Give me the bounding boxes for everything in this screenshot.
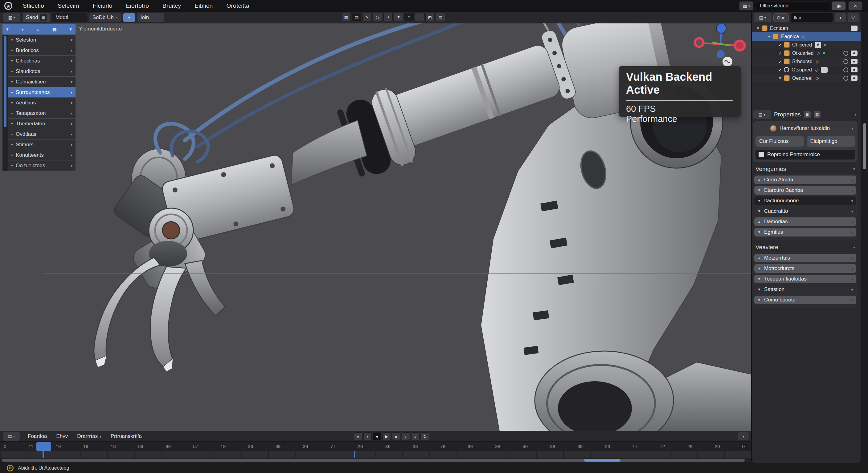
menu-item[interactable]: Eiblien [194, 2, 213, 9]
property-row[interactable]: ▲ Crato Atmda ◂ [754, 175, 856, 184]
mode-field-icon[interactable]: ▤ [352, 13, 361, 21]
property-row[interactable]: ▼ Sattstion ▾ [754, 285, 856, 294]
render-toggle-icon[interactable] [851, 50, 858, 56]
visibility-toggle-icon[interactable] [843, 67, 848, 72]
next-keyframe-button[interactable]: › [402, 432, 410, 440]
sidebar-item[interactable]: ▾ Stimors ▾ [8, 139, 75, 150]
outliner-type-dropdown[interactable]: ▤▾ [754, 13, 772, 22]
outliner-search-input[interactable] [790, 13, 833, 22]
outliner-row[interactable]: ▼ Eagnica × [752, 32, 861, 41]
sidebar-item[interactable]: ▾ Themedaton ▾ [8, 119, 75, 129]
expand-icon[interactable]: ▼ [754, 26, 762, 31]
filter-icon[interactable]: ▽ [848, 13, 859, 22]
properties-type-dropdown[interactable]: ▤▾ [753, 110, 771, 119]
property-row[interactable]: ▼ Itacfunoumorie ▾ [754, 197, 856, 205]
property-row[interactable]: ▼ Egmtlus ◂ [754, 228, 856, 236]
outliner-row[interactable]: ✓ Chicered A× [752, 41, 861, 49]
timeline-scroll-handle[interactable] [2, 459, 745, 462]
timeline-menu-item[interactable]: Prtruanskrtifa [111, 433, 142, 439]
visibility-toggle-icon[interactable] [843, 76, 848, 81]
object-name-row[interactable]: Hemavffunsr iutxaidin ▾ [755, 124, 855, 133]
outliner-row[interactable]: ✓ Srbourad ◇ [752, 57, 861, 66]
sidebar-scrollbar[interactable] [2, 35, 8, 171]
expand-icon[interactable]: ▼ [765, 34, 773, 39]
timeline-scrollbar[interactable] [0, 458, 751, 463]
sidebar-item[interactable]: ▾ Surrountcanos ▾ [8, 87, 75, 97]
mode-field[interactable] [53, 13, 87, 22]
render-toggle-icon[interactable] [851, 59, 858, 64]
snapshot-button[interactable]: ◉ [832, 1, 846, 10]
value-field[interactable] [137, 13, 164, 22]
loop-button[interactable]: ↻ [421, 432, 429, 440]
select-box-icon[interactable]: ▦ [342, 13, 351, 21]
sidebar-scroll-handle[interactable] [4, 36, 6, 127]
property-row[interactable]: ▼ Toeupan fiaolottas ◂ [754, 275, 856, 283]
timeline-track[interactable] [0, 451, 751, 458]
pin-icon[interactable]: ▣ [804, 111, 811, 118]
scene-name-field[interactable]: Oltcrsvlecna [756, 2, 829, 10]
sidebar-item[interactable]: ▾ Konutteents ▾ [8, 150, 75, 160]
axes-icon[interactable]: × [824, 42, 827, 48]
gizmo-x-axis[interactable] [735, 41, 745, 50]
gizmo-x-axis-neg[interactable] [695, 38, 704, 47]
menu-item[interactable]: Eiortotro [126, 2, 149, 9]
sidebar-header[interactable]: ▾+○▦▾ [2, 24, 75, 34]
object-button-1[interactable]: Cur Fluicous [755, 136, 804, 146]
app-logo-icon[interactable]: ◉ [4, 2, 12, 10]
outliner-row[interactable]: ✓ Otsopred ◇▫ [752, 66, 861, 74]
caret-down-icon[interactable]: ▾ [69, 27, 72, 32]
circle-icon[interactable]: ○ [37, 27, 39, 32]
timeline-editor-dropdown[interactable]: ▤▾ [3, 432, 20, 441]
checkbox-icon[interactable]: ✓ [776, 59, 784, 64]
visibility-toggle-icon[interactable] [843, 51, 848, 56]
property-row[interactable]: ▲ Motzurrtuis ◂ [754, 254, 856, 262]
grid-icon[interactable]: ▦ [814, 111, 820, 118]
sidebar-item[interactable]: ▾ Cihoclinas ▾ [8, 56, 75, 66]
sidebar-item[interactable]: ▾ Aeutcius ▾ [8, 98, 75, 108]
sidebar-item[interactable]: ▾ Budoticos ▾ [8, 45, 75, 56]
outliner-scope-button[interactable]: Oue [773, 13, 789, 22]
property-row[interactable]: ▼ Cuacraitto ▾ [754, 207, 856, 215]
axes-icon[interactable]: × [823, 50, 826, 56]
snap-toggle-button[interactable]: ▾ [123, 13, 135, 22]
close-button[interactable]: × [848, 1, 863, 10]
snap-menu-icon[interactable]: ▾ [394, 13, 403, 21]
property-row[interactable]: ▼ Como buoote ◂ [754, 296, 856, 304]
transform-icon[interactable]: ◎ [373, 13, 382, 21]
overlays-icon[interactable]: ◩ [425, 13, 435, 21]
sidebar-item[interactable]: ▾ Seleston ▾ [8, 35, 75, 45]
snap-dropdown[interactable]: SoDb Ub▾ [89, 13, 121, 22]
section-header[interactable]: Veaviere▾ [753, 243, 858, 252]
checkbox-icon[interactable]: ✓ [776, 51, 784, 56]
property-row[interactable]: ▲ Damorlias ◂ [754, 217, 856, 226]
outliner-row[interactable]: ▼ Ecntaen [752, 24, 861, 32]
render-toggle-icon[interactable] [851, 75, 858, 81]
jump-end-button[interactable]: » [411, 432, 420, 440]
gizmo-z-axis[interactable] [716, 24, 726, 33]
timeline-ruler[interactable]: 0111919185999571836893977283633783938403… [0, 442, 751, 451]
grid-icon[interactable]: ▦ [53, 27, 57, 32]
playhead[interactable] [36, 442, 51, 451]
sidebar-item[interactable]: ▾ Oo tueictoqs ▾ [8, 161, 75, 171]
prev-keyframe-button[interactable]: ‹ [364, 432, 372, 440]
checkbox-icon[interactable]: ✓ [776, 67, 784, 72]
text-badge[interactable]: A [815, 42, 821, 48]
record-button[interactable]: ● [373, 432, 381, 440]
performance-row[interactable]: Roproind Pertormroice [755, 150, 855, 160]
checkbox-icon[interactable]: ✓ [776, 42, 784, 47]
stop-button[interactable]: ■ [392, 432, 400, 440]
menu-item[interactable]: Stliectio [23, 2, 44, 9]
menu-item[interactable]: Bruitcy [162, 2, 181, 9]
timeline-collapse-button[interactable]: ▾ [738, 432, 749, 440]
data-chip-icon[interactable]: ▫ [821, 67, 828, 73]
sidebar-item[interactable]: ▾ Teaapasaton ▾ [8, 108, 75, 118]
panel-scrollbar[interactable] [863, 123, 866, 169]
move-icon[interactable]: + [21, 27, 24, 32]
object-button-2[interactable]: Elaipmittigo [807, 136, 855, 146]
render-toggle-icon[interactable] [851, 67, 858, 72]
monitor-icon[interactable] [851, 26, 858, 31]
menu-item[interactable]: Selecim [58, 2, 79, 9]
menu-item[interactable]: Flciurlo [93, 2, 113, 9]
falloff-icon[interactable]: ~ [415, 13, 424, 21]
timeline-menu-item[interactable]: Ehvv [56, 433, 68, 439]
